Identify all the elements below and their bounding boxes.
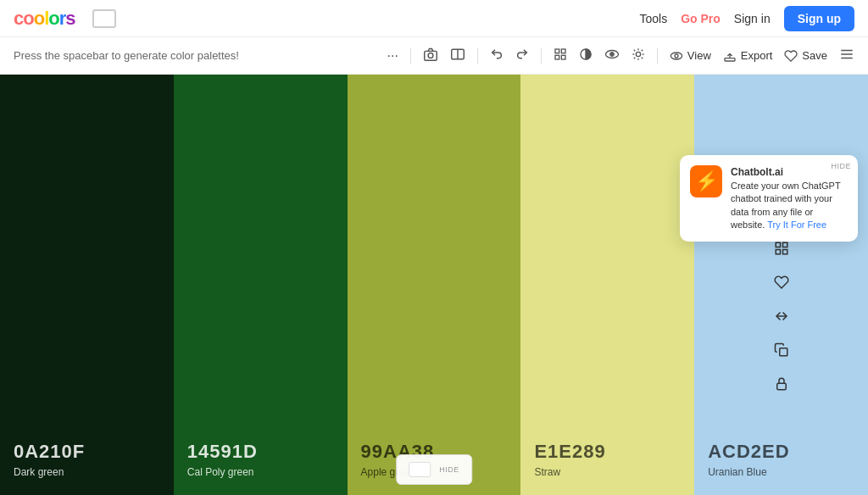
chatbot-logo: ⚡ (690, 165, 722, 197)
color-swatch-3[interactable]: 99AA38 Apple green HIDE (348, 75, 521, 495)
redo-icon[interactable] (515, 47, 529, 64)
svg-rect-30 (776, 242, 780, 247)
toolbar-separator (410, 48, 411, 64)
sun-icon[interactable] (632, 47, 645, 64)
toolbar-hint: Press the spacebar to generate color pal… (14, 49, 239, 62)
color-hex-4: E1E289 (534, 441, 681, 463)
svg-point-12 (636, 52, 640, 56)
svg-point-11 (611, 53, 613, 54)
svg-rect-31 (782, 242, 787, 247)
color-box-icon[interactable] (92, 9, 116, 28)
colorblind-icon[interactable] (604, 47, 620, 64)
more-icon[interactable]: ··· (387, 48, 398, 64)
svg-rect-6 (555, 55, 559, 59)
grid-panel-icon[interactable] (774, 241, 789, 259)
svg-line-20 (642, 49, 643, 50)
chatbot-hide-button[interactable]: HIDE (831, 162, 851, 170)
bottom-hide-popup: HIDE (396, 454, 472, 485)
view-button[interactable]: View (670, 49, 711, 63)
lock-icon[interactable] (774, 376, 789, 395)
chatbot-popup: ⚡ Chatbolt.ai Create your own ChatGPT ch… (680, 155, 858, 242)
svg-rect-5 (561, 49, 565, 53)
bottom-hide-button[interactable]: HIDE (439, 465, 459, 474)
heart-icon[interactable] (774, 275, 789, 293)
svg-rect-23 (725, 58, 735, 60)
undo-icon[interactable] (490, 47, 504, 64)
svg-rect-32 (776, 249, 780, 253)
svg-line-15 (634, 49, 635, 50)
svg-rect-7 (561, 55, 565, 59)
toolbar-separator-4 (657, 48, 658, 64)
header-nav: Tools Go Pro Sign in Sign up (640, 6, 855, 31)
svg-line-19 (634, 57, 635, 58)
split-icon[interactable] (450, 47, 465, 64)
camera-icon[interactable] (423, 47, 438, 64)
chatbot-text: Chatbolt.ai Create your own ChatGPT chat… (731, 165, 848, 231)
color-hex-2: 14591D (187, 441, 334, 463)
color-hex-1: 0A210F (14, 441, 160, 463)
svg-point-22 (675, 54, 678, 58)
color-palette: 0A210F Dark green 14591D Cal Poly green … (0, 75, 868, 495)
color-name-4: Straw (534, 466, 681, 478)
color-preview-box (409, 462, 431, 477)
svg-point-1 (428, 53, 433, 58)
svg-rect-33 (782, 249, 787, 253)
color-name-1: Dark green (14, 466, 160, 478)
signup-button[interactable]: Sign up (784, 6, 854, 31)
export-button[interactable]: Export (723, 49, 773, 63)
color-hex-5: ACD2ED (708, 441, 854, 463)
color-name-2: Cal Poly green (187, 466, 334, 478)
signin-nav-item[interactable]: Sign in (734, 12, 771, 25)
toolbar-separator-3 (541, 48, 542, 64)
color-swatch-4[interactable]: E1E289 Straw (520, 75, 694, 495)
header: coolors Tools Go Pro Sign in Sign up (0, 0, 868, 37)
save-button[interactable]: Save (784, 49, 827, 63)
logo[interactable]: coolors (14, 8, 75, 30)
header-left: coolors (14, 8, 116, 30)
toolbar-separator-2 (477, 48, 478, 64)
chatbot-cta-link[interactable]: Try It For Free (767, 220, 826, 230)
toolbar-actions: ··· (387, 47, 854, 64)
copy-icon[interactable] (774, 342, 789, 361)
expand-icon[interactable] (774, 309, 789, 327)
color-swatch-1[interactable]: 0A210F Dark green (0, 75, 174, 495)
gopro-nav-item[interactable]: Go Pro (681, 12, 721, 25)
color-swatch-2[interactable]: 14591D Cal Poly green (174, 75, 348, 495)
menu-icon[interactable] (839, 47, 854, 64)
svg-rect-4 (555, 49, 559, 53)
svg-rect-35 (779, 348, 787, 355)
color-name-5: Uranian Blue (708, 466, 854, 478)
svg-point-21 (670, 53, 682, 59)
toolbar: Press the spacebar to generate color pal… (0, 37, 868, 75)
tools-nav-item[interactable]: Tools (640, 12, 668, 25)
color-swatch-5[interactable]: ACD2ED Uranian Blue ✕ (694, 75, 868, 495)
contrast-icon[interactable] (579, 47, 593, 64)
grid-icon[interactable] (554, 47, 567, 64)
svg-line-16 (642, 57, 643, 58)
svg-rect-36 (776, 383, 786, 390)
